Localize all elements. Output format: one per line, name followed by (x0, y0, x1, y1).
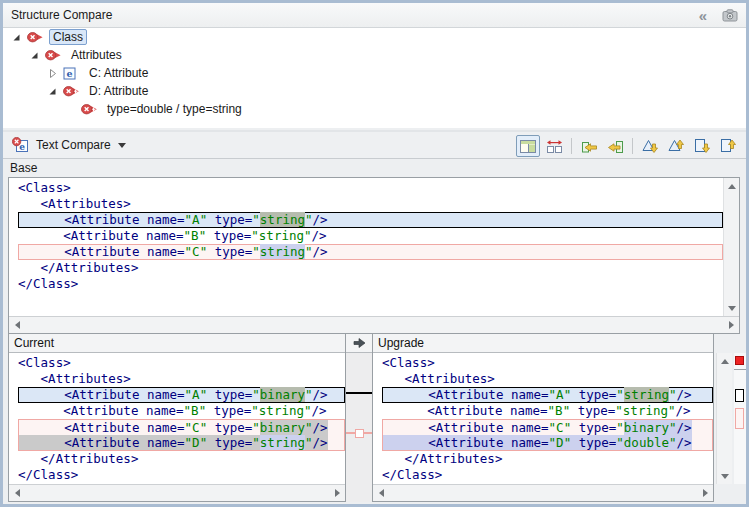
structure-compare-header: Structure Compare « (3, 3, 746, 28)
copy-all-right-to-left-icon[interactable] (577, 135, 601, 157)
code-line[interactable]: <Attribute name="C" type="binary"/> (18, 419, 345, 435)
code-line[interactable]: </Class> (18, 276, 723, 292)
scroll-up-icon[interactable] (724, 178, 739, 194)
scroll-left-icon[interactable] (9, 317, 25, 333)
overview-marker-conflict[interactable] (735, 408, 744, 429)
structure-compare-actions: « (693, 5, 740, 25)
expanded-arrow-icon[interactable] (47, 86, 59, 97)
conflict-add-icon (81, 103, 98, 116)
tree-item-label: D: Attribute (85, 83, 152, 99)
code-line[interactable]: </Class> (382, 467, 713, 483)
code-line[interactable]: <Attribute name="B" type="string"/> (18, 403, 345, 419)
tree-item[interactable]: Class (3, 28, 746, 46)
tree-item-label: type=double / type=string (103, 101, 246, 117)
current-horizontal-scrollbar[interactable] (9, 484, 345, 501)
text-compare-viewer-switcher[interactable]: e Text Compare (12, 137, 126, 153)
conflict-change-icon (27, 31, 44, 44)
expanded-arrow-icon[interactable] (11, 32, 23, 43)
conflict-add-icon (63, 85, 80, 98)
bottom-compare-section: Current <Class> <Attributes> <Attribute … (3, 333, 746, 504)
code-line[interactable]: <Attribute name="C" type="string"/> (18, 244, 723, 260)
swap-left-right-icon[interactable] (542, 135, 566, 157)
text-compare-header: e Text Compare (3, 130, 746, 159)
code-line[interactable]: <Attributes> (18, 371, 345, 387)
diff-connector-selected (346, 392, 372, 394)
collapse-icon[interactable]: « (693, 5, 713, 25)
upgrade-pane-header: Upgrade (373, 334, 713, 353)
code-line[interactable]: </Attributes> (18, 260, 723, 276)
expanded-arrow-icon[interactable] (29, 50, 41, 61)
tree-item[interactable]: type=double / type=string (3, 100, 746, 118)
tree-item-label: C: Attribute (85, 65, 152, 81)
current-pane-label: Current (14, 336, 54, 350)
overview-ruler[interactable] (734, 353, 746, 484)
merge-handle[interactable] (355, 429, 364, 438)
code-line[interactable]: <Attribute name="C" type="binary"/> (382, 419, 713, 435)
base-horizontal-scrollbar[interactable] (9, 316, 739, 333)
code-line[interactable]: </Class> (18, 467, 345, 483)
text-compare-toolbar (516, 135, 740, 157)
tree-item-label: Class (49, 29, 87, 45)
code-line[interactable]: <Attribute name="A" type="string"/> (382, 387, 713, 403)
upgrade-pane: Upgrade <Class> <Attributes> <Attribute … (372, 333, 714, 502)
overview-marker-red[interactable] (735, 356, 744, 365)
upgrade-vertical-scrollbar[interactable] (716, 353, 732, 484)
current-pane-header: Current (9, 334, 345, 353)
merge-gutter (346, 333, 372, 502)
upgrade-pane-label: Upgrade (378, 336, 424, 350)
camera-icon[interactable] (720, 5, 740, 25)
toolbar-separator (632, 138, 633, 154)
code-line[interactable]: <Class> (382, 355, 713, 371)
tree-item[interactable]: D: Attribute (3, 82, 746, 100)
code-line[interactable]: <Attributes> (382, 371, 713, 387)
scroll-right-icon[interactable] (329, 485, 345, 501)
next-difference-icon[interactable] (638, 135, 662, 157)
base-vertical-scrollbar[interactable] (723, 178, 739, 316)
svg-text:e: e (66, 68, 72, 79)
code-line[interactable]: <Class> (18, 355, 345, 371)
code-line[interactable]: </Attributes> (382, 451, 713, 467)
text-compare-icon: e (12, 137, 29, 153)
base-code-area[interactable]: <Class> <Attributes> <Attribute name="A"… (9, 178, 739, 316)
tree-item[interactable]: eC: Attribute (3, 64, 746, 82)
upgrade-horizontal-scrollbar[interactable] (373, 484, 713, 501)
text-compare-title: Text Compare (36, 138, 111, 152)
next-change-icon[interactable] (690, 135, 714, 157)
scroll-left-icon[interactable] (9, 485, 25, 501)
xml-element-icon: e (63, 67, 80, 80)
code-line[interactable]: <Attribute name="A" type="binary"/> (18, 387, 345, 403)
compare-editor-window: Structure Compare « ClassAttributeseC: A… (0, 0, 749, 507)
scroll-right-icon[interactable] (697, 485, 713, 501)
current-pane: Current <Class> <Attributes> <Attribute … (8, 333, 346, 502)
previous-difference-icon[interactable] (664, 135, 688, 157)
tree-item[interactable]: Attributes (3, 46, 746, 64)
two-pane-layout-icon[interactable] (516, 135, 540, 157)
copy-direction-icon[interactable] (352, 337, 367, 349)
copy-current-right-to-left-icon[interactable] (603, 135, 627, 157)
upgrade-code-area[interactable]: <Class> <Attributes> <Attribute name="A"… (373, 353, 713, 484)
tree-item-label: Attributes (67, 47, 126, 63)
code-line[interactable]: <Attribute name="D" type="string"/> (18, 435, 345, 451)
code-line[interactable]: <Attribute name="D" type="double"/> (382, 435, 713, 451)
scroll-left-icon[interactable] (373, 485, 389, 501)
scroll-up-icon[interactable] (717, 353, 733, 369)
previous-change-icon[interactable] (716, 135, 740, 157)
collapsed-arrow-icon[interactable] (47, 68, 59, 79)
structure-compare-title: Structure Compare (11, 8, 112, 22)
code-line[interactable]: <Attribute name="B" type="string"/> (382, 403, 713, 419)
chevron-down-icon (118, 143, 126, 152)
conflict-change-icon (45, 49, 62, 62)
code-line[interactable]: </Attributes> (18, 451, 345, 467)
structure-compare-tree: ClassAttributeseC: AttributeD: Attribute… (3, 28, 746, 128)
toolbar-separator (571, 138, 572, 154)
scroll-down-icon[interactable] (724, 300, 739, 316)
scroll-right-icon[interactable] (723, 317, 739, 333)
code-line[interactable]: <Class> (18, 180, 723, 196)
code-line[interactable]: <Attribute name="A" type="string"/> (18, 212, 723, 228)
base-pane: <Class> <Attributes> <Attribute name="A"… (8, 177, 740, 334)
scroll-down-icon[interactable] (717, 468, 733, 484)
code-line[interactable]: <Attributes> (18, 196, 723, 212)
current-code-area[interactable]: <Class> <Attributes> <Attribute name="A"… (9, 353, 345, 484)
code-line[interactable]: <Attribute name="B" type="string"/> (18, 228, 723, 244)
overview-marker-selected[interactable] (735, 389, 744, 402)
